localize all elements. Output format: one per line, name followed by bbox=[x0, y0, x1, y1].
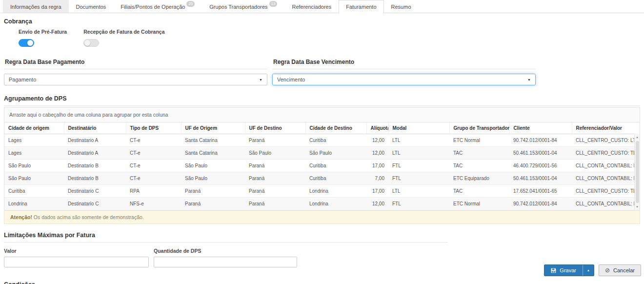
table-cell: FTL bbox=[388, 160, 449, 172]
caret-down-icon: ▼ bbox=[259, 78, 262, 81]
section-cobranca: Cobrança Envio de Pré-Fatura Recepção de… bbox=[4, 18, 640, 47]
table-row: São PauloDestinatario BCT-eSão PauloPara… bbox=[4, 172, 634, 185]
save-options-caret-button[interactable]: ▲ bbox=[583, 265, 594, 276]
tab-label: Informações da regra bbox=[10, 4, 61, 10]
table-cell: Lages bbox=[4, 134, 64, 147]
table-cell: Paraná bbox=[245, 172, 305, 185]
table-cell: Santa Catarina bbox=[181, 134, 245, 147]
table-cell: CLL_CONTA_CONTABIL: DEPART_B bbox=[572, 172, 634, 185]
table-cell: TAC bbox=[449, 185, 509, 198]
column-header[interactable]: Grupo de Transportador bbox=[449, 122, 509, 134]
table-cell: 12,00 bbox=[366, 134, 388, 147]
section-limitacoes: Limitações Máximas por Fatura Valor Quan… bbox=[4, 232, 640, 267]
table-cell: CT-e bbox=[126, 172, 181, 185]
caret-up-icon: ▲ bbox=[587, 269, 590, 272]
cancel-button[interactable]: ⊘ Cancelar bbox=[599, 264, 641, 276]
table-cell: Curitiba bbox=[305, 134, 366, 147]
column-header[interactable]: Cliente bbox=[509, 122, 572, 134]
column-header[interactable]: Alíquota bbox=[366, 122, 388, 134]
recepcao-fatura-toggle[interactable] bbox=[83, 39, 99, 47]
tab-filiais-pontos-de-operacao[interactable]: Filiais/Pontos de Operação 25 bbox=[113, 0, 202, 13]
arrow-up-icon[interactable]: ▲ bbox=[636, 134, 639, 141]
table-cell: CT-e bbox=[126, 147, 181, 160]
tab-documentos[interactable]: Documentos bbox=[69, 0, 114, 13]
table-cell: TAC bbox=[449, 160, 509, 172]
toggle-knob bbox=[27, 40, 33, 46]
column-header[interactable]: Cidade de origem bbox=[4, 122, 64, 134]
table-cell: São Paulo bbox=[245, 147, 305, 160]
table-cell: Paraná bbox=[181, 198, 245, 210]
recepcao-fatura-label: Recepção de Fatura de Cobrança bbox=[83, 29, 164, 35]
tab-label: Faturamento bbox=[346, 4, 376, 10]
table-cell: Curitiba bbox=[305, 160, 366, 172]
table-cell: NFS-e bbox=[126, 198, 181, 210]
selected-value: Vencimento bbox=[277, 77, 305, 82]
save-button-label: Gravar bbox=[560, 267, 576, 273]
table-row: CuritibaDestinatario CRPAParanáParanáLon… bbox=[4, 185, 634, 198]
table-cell: ETC Normal bbox=[449, 134, 509, 147]
scrollbar-thumb[interactable] bbox=[636, 141, 639, 203]
regra-pagamento-select[interactable]: Pagamento ▼ bbox=[4, 74, 267, 85]
tab-referenciadores[interactable]: Referenciadores bbox=[284, 0, 339, 13]
table-cell: CLL_CENTRO_CUSTO: TL_DIST bbox=[572, 147, 634, 160]
column-header[interactable]: UF de Origem bbox=[181, 122, 245, 134]
dps-grid: Cidade de origemDestinatárioTipo de DPSU… bbox=[4, 122, 640, 211]
column-header[interactable]: Cidade de Destino bbox=[305, 122, 366, 134]
grid-group-drop-zone[interactable]: Arraste aqui o cabeçalho de uma coluna p… bbox=[4, 107, 640, 122]
valor-field-group: Valor bbox=[4, 248, 149, 267]
dps-table: Cidade de origemDestinatárioTipo de DPSU… bbox=[4, 122, 634, 210]
table-cell: São Paulo bbox=[4, 172, 64, 185]
limitacoes-title: Limitações Máximas por Fatura bbox=[4, 232, 448, 243]
table-cell: 12,00 bbox=[366, 147, 388, 160]
table-cell: CLL_CENTRO_CUSTO: LTL_DIST bbox=[572, 134, 634, 147]
table-cell: CT-e bbox=[126, 160, 181, 172]
condicoes-title: Condições bbox=[4, 281, 448, 284]
table-cell: São Paulo bbox=[181, 172, 245, 185]
tab-resumo[interactable]: Resumo bbox=[384, 0, 419, 13]
floppy-disk-icon bbox=[551, 268, 556, 273]
table-cell: São Paulo bbox=[4, 160, 64, 172]
table-cell: ETC Normal bbox=[449, 198, 509, 210]
table-cell: 17.652.041/0001-65 bbox=[509, 185, 572, 198]
tab-label: Referenciadores bbox=[292, 4, 331, 10]
table-cell: Curitiba bbox=[4, 185, 64, 198]
column-header[interactable]: UF de Destino bbox=[245, 122, 305, 134]
envio-pre-fatura-toggle[interactable] bbox=[19, 39, 34, 47]
regra-pagamento-title: Regra Data Base Pagamento bbox=[4, 59, 267, 69]
column-header[interactable]: Tipo de DPS bbox=[126, 122, 181, 134]
table-cell: CLL_CENTRO_CUSTO: TL_DIST bbox=[572, 185, 634, 198]
demo-data-warning: Atenção! Os dados acima são somente de d… bbox=[4, 211, 640, 224]
table-cell: 12,00 bbox=[366, 198, 388, 210]
tab-bar: Informações da regra Documentos Filiais/… bbox=[0, 0, 644, 13]
tab-content-faturamento: Cobrança Envio de Pré-Fatura Recepção de… bbox=[0, 13, 644, 284]
column-header[interactable]: Referenciador/Valor bbox=[572, 122, 634, 134]
selected-value: Pagamento bbox=[9, 77, 36, 82]
save-button[interactable]: Gravar bbox=[544, 265, 583, 276]
tab-label: Documentos bbox=[76, 4, 106, 10]
tab-grupos-transportadores[interactable]: Grupos Transportadores 13 bbox=[202, 0, 284, 13]
recepcao-fatura-group: Recepção de Fatura de Cobrança bbox=[83, 29, 164, 47]
valor-label: Valor bbox=[4, 248, 149, 254]
valor-input[interactable] bbox=[4, 257, 149, 267]
tab-count-badge: 25 bbox=[186, 1, 195, 7]
tab-informacoes-da-regra[interactable]: Informações da regra bbox=[3, 0, 69, 13]
regra-vencimento-title: Regra Data Base Vencimento bbox=[272, 59, 536, 69]
table-cell: CT-e bbox=[126, 134, 181, 147]
table-cell: 7,00 bbox=[366, 172, 388, 185]
table-cell: Paraná bbox=[181, 185, 245, 198]
warning-text: Os dados acima são somente de demonstraç… bbox=[34, 214, 144, 220]
column-header[interactable]: Modal bbox=[388, 122, 449, 134]
table-cell: Paraná bbox=[245, 198, 305, 210]
quantidade-dps-input[interactable] bbox=[154, 257, 297, 267]
table-cell: ETC Equiparado bbox=[449, 172, 509, 185]
table-cell: 90.742.012/0001-84 bbox=[509, 198, 572, 210]
table-cell: Destinatario A bbox=[64, 147, 126, 160]
grid-vertical-scrollbar[interactable]: ▲ ▼ bbox=[634, 134, 640, 210]
tab-faturamento[interactable]: Faturamento bbox=[339, 0, 383, 13]
table-row: LagesDestinatario ACT-eSanta CatarinaSão… bbox=[4, 147, 634, 160]
column-header[interactable]: Destinatário bbox=[64, 122, 126, 134]
faturamento-page: Informações da regra Documentos Filiais/… bbox=[0, 0, 644, 284]
arrow-down-icon[interactable]: ▼ bbox=[636, 203, 639, 210]
table-cell: Paraná bbox=[245, 160, 305, 172]
regra-vencimento-select[interactable]: Vencimento ▼ bbox=[272, 74, 536, 85]
